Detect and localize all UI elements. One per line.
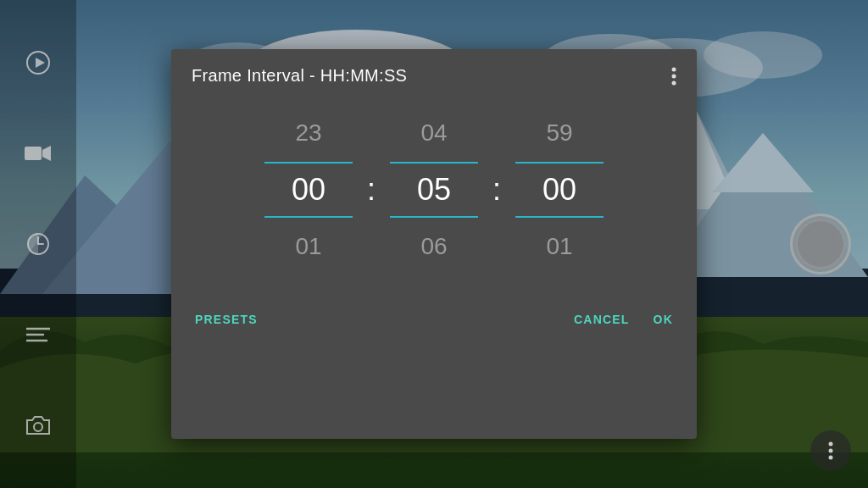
dialog-title: Frame Interval - HH:MM:SS: [192, 66, 407, 86]
minutes-current-wrap: 05: [379, 162, 489, 218]
seconds-current[interactable]: 00: [542, 169, 576, 211]
dialog-more-icon[interactable]: [671, 67, 676, 86]
hours-below: 01: [295, 230, 321, 263]
hours-above: 23: [295, 116, 321, 150]
separator-2: :: [492, 172, 501, 208]
seconds-line-bottom: [515, 216, 604, 218]
seconds-above: 59: [546, 116, 572, 150]
time-picker: 23 00 01 : 04 05 06: [171, 99, 697, 289]
seconds-column[interactable]: 59 00 01: [504, 116, 615, 263]
minutes-line-top: [390, 162, 478, 164]
cancel-button[interactable]: CANCEL: [570, 306, 633, 333]
minutes-column[interactable]: 04 05 06: [379, 116, 489, 263]
minutes-below: 06: [420, 230, 447, 263]
frame-interval-dialog: Frame Interval - HH:MM:SS 23 00: [171, 49, 697, 439]
svg-point-28: [672, 80, 676, 85]
hours-current-wrap: 00: [253, 162, 364, 218]
minutes-current[interactable]: 05: [417, 169, 451, 211]
seconds-current-wrap: 00: [504, 162, 615, 218]
svg-point-26: [672, 67, 676, 71]
dialog-overlay: Frame Interval - HH:MM:SS 23 00: [0, 0, 868, 488]
seconds-below: 01: [546, 230, 572, 263]
minutes-above: 04: [420, 116, 447, 150]
separator-1: :: [367, 172, 376, 208]
minutes-line-bottom: [390, 216, 478, 218]
svg-point-27: [672, 74, 676, 78]
seconds-line-top: [515, 162, 604, 164]
hours-current[interactable]: 00: [292, 169, 326, 211]
presets-button[interactable]: PRESETS: [192, 306, 261, 333]
hours-line-top: [264, 162, 353, 164]
hours-line-bottom: [264, 216, 353, 218]
ok-button[interactable]: OK: [650, 306, 676, 333]
dialog-right-buttons: CANCEL OK: [570, 306, 676, 333]
dialog-actions: PRESETS CANCEL OK: [171, 297, 697, 350]
hours-column[interactable]: 23 00 01: [253, 116, 364, 263]
dialog-header: Frame Interval - HH:MM:SS: [171, 49, 697, 99]
